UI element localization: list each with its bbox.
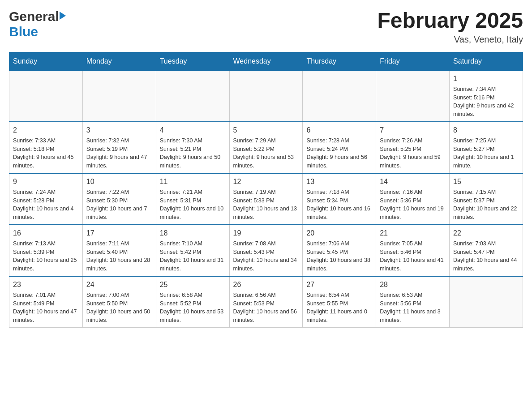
logo-general-text: General [9,9,59,24]
calendar-day-cell: 4Sunrise: 7:30 AM Sunset: 5:21 PM Daylig… [156,122,229,173]
weekday-header-tuesday: Tuesday [156,52,229,70]
day-number: 6 [306,125,372,136]
weekday-header-thursday: Thursday [303,52,376,70]
calendar-day-cell: 26Sunrise: 6:56 AM Sunset: 5:53 PM Dayli… [229,276,303,328]
calendar-day-cell [376,70,450,122]
calendar-week-row: 16Sunrise: 7:13 AM Sunset: 5:39 PM Dayli… [9,225,523,276]
day-info: Sunrise: 7:15 AM Sunset: 5:37 PM Dayligh… [453,188,519,222]
calendar-day-cell: 27Sunrise: 6:54 AM Sunset: 5:55 PM Dayli… [303,276,376,328]
calendar-day-cell: 1Sunrise: 7:34 AM Sunset: 5:16 PM Daylig… [450,70,523,122]
day-info: Sunrise: 6:56 AM Sunset: 5:53 PM Dayligh… [233,291,299,325]
weekday-header-monday: Monday [82,52,156,70]
calendar-day-cell [450,276,523,328]
page-header: General Blue February 2025 Vas, Veneto, … [9,9,523,45]
day-info: Sunrise: 7:18 AM Sunset: 5:34 PM Dayligh… [306,188,372,222]
day-number: 17 [86,228,152,239]
calendar-day-cell: 3Sunrise: 7:32 AM Sunset: 5:19 PM Daylig… [82,122,156,173]
day-number: 20 [306,228,372,239]
calendar-week-row: 23Sunrise: 7:01 AM Sunset: 5:49 PM Dayli… [9,276,523,328]
day-number: 8 [453,125,519,136]
weekday-header-saturday: Saturday [450,52,523,70]
month-title: February 2025 [377,9,523,33]
day-number: 14 [380,176,446,187]
day-info: Sunrise: 7:26 AM Sunset: 5:25 PM Dayligh… [380,137,446,170]
day-number: 21 [380,228,446,239]
day-info: Sunrise: 7:29 AM Sunset: 5:22 PM Dayligh… [233,137,299,170]
calendar-day-cell: 19Sunrise: 7:08 AM Sunset: 5:43 PM Dayli… [229,225,303,276]
day-info: Sunrise: 7:30 AM Sunset: 5:21 PM Dayligh… [160,137,226,170]
calendar-day-cell [9,70,83,122]
day-number: 19 [233,228,299,239]
day-info: Sunrise: 7:03 AM Sunset: 5:47 PM Dayligh… [453,240,519,273]
day-number: 1 [453,73,519,84]
calendar-day-cell: 5Sunrise: 7:29 AM Sunset: 5:22 PM Daylig… [229,122,303,173]
logo-area: General Blue [9,9,66,39]
day-number: 26 [233,279,299,290]
day-info: Sunrise: 6:53 AM Sunset: 5:56 PM Dayligh… [380,291,446,325]
weekday-header-row: SundayMondayTuesdayWednesdayThursdayFrid… [9,52,523,70]
day-number: 11 [160,176,226,187]
calendar-day-cell [156,70,229,122]
calendar-day-cell [303,70,376,122]
day-info: Sunrise: 7:24 AM Sunset: 5:28 PM Dayligh… [13,188,79,222]
day-number: 24 [86,279,152,290]
day-number: 15 [453,176,519,187]
day-number: 7 [380,125,446,136]
day-number: 10 [86,176,152,187]
calendar-day-cell [82,70,156,122]
calendar-day-cell: 15Sunrise: 7:15 AM Sunset: 5:37 PM Dayli… [450,173,523,225]
calendar-day-cell: 13Sunrise: 7:18 AM Sunset: 5:34 PM Dayli… [303,173,376,225]
calendar-day-cell: 8Sunrise: 7:25 AM Sunset: 5:27 PM Daylig… [450,122,523,173]
location-title: Vas, Veneto, Italy [377,34,523,45]
day-info: Sunrise: 7:01 AM Sunset: 5:49 PM Dayligh… [13,291,79,325]
calendar-day-cell: 9Sunrise: 7:24 AM Sunset: 5:28 PM Daylig… [9,173,83,225]
calendar-day-cell: 23Sunrise: 7:01 AM Sunset: 5:49 PM Dayli… [9,276,83,328]
day-number: 16 [13,228,79,239]
day-info: Sunrise: 7:08 AM Sunset: 5:43 PM Dayligh… [233,240,299,273]
day-number: 27 [306,279,372,290]
day-number: 2 [13,125,79,136]
day-info: Sunrise: 7:25 AM Sunset: 5:27 PM Dayligh… [453,137,519,170]
calendar-day-cell: 11Sunrise: 7:21 AM Sunset: 5:31 PM Dayli… [156,173,229,225]
calendar-day-cell: 25Sunrise: 6:58 AM Sunset: 5:52 PM Dayli… [156,276,229,328]
calendar-day-cell: 2Sunrise: 7:33 AM Sunset: 5:18 PM Daylig… [9,122,83,173]
day-info: Sunrise: 7:05 AM Sunset: 5:46 PM Dayligh… [380,240,446,273]
calendar-day-cell: 7Sunrise: 7:26 AM Sunset: 5:25 PM Daylig… [376,122,450,173]
calendar-week-row: 2Sunrise: 7:33 AM Sunset: 5:18 PM Daylig… [9,122,523,173]
day-number: 5 [233,125,299,136]
day-number: 23 [13,279,79,290]
weekday-header-wednesday: Wednesday [229,52,303,70]
calendar-day-cell: 22Sunrise: 7:03 AM Sunset: 5:47 PM Dayli… [450,225,523,276]
logo-blue-label: Blue [9,24,38,39]
logo-blue-text: Blue [9,24,38,39]
day-info: Sunrise: 7:34 AM Sunset: 5:16 PM Dayligh… [453,85,519,119]
calendar-day-cell: 18Sunrise: 7:10 AM Sunset: 5:42 PM Dayli… [156,225,229,276]
logo-arrow-icon [60,12,66,20]
day-number: 25 [160,279,226,290]
day-info: Sunrise: 7:32 AM Sunset: 5:19 PM Dayligh… [86,137,152,170]
day-info: Sunrise: 7:13 AM Sunset: 5:39 PM Dayligh… [13,240,79,273]
day-info: Sunrise: 7:19 AM Sunset: 5:33 PM Dayligh… [233,188,299,222]
day-info: Sunrise: 7:06 AM Sunset: 5:45 PM Dayligh… [306,240,372,273]
calendar-day-cell: 20Sunrise: 7:06 AM Sunset: 5:45 PM Dayli… [303,225,376,276]
calendar-day-cell: 10Sunrise: 7:22 AM Sunset: 5:30 PM Dayli… [82,173,156,225]
day-number: 28 [380,279,446,290]
day-number: 4 [160,125,226,136]
day-info: Sunrise: 7:33 AM Sunset: 5:18 PM Dayligh… [13,137,79,170]
day-number: 3 [86,125,152,136]
calendar-table: SundayMondayTuesdayWednesdayThursdayFrid… [9,52,523,328]
calendar-day-cell: 16Sunrise: 7:13 AM Sunset: 5:39 PM Dayli… [9,225,83,276]
calendar-day-cell: 6Sunrise: 7:28 AM Sunset: 5:24 PM Daylig… [303,122,376,173]
day-number: 22 [453,228,519,239]
day-info: Sunrise: 7:21 AM Sunset: 5:31 PM Dayligh… [160,188,226,222]
calendar-day-cell: 14Sunrise: 7:16 AM Sunset: 5:36 PM Dayli… [376,173,450,225]
weekday-header-friday: Friday [376,52,450,70]
calendar-week-row: 9Sunrise: 7:24 AM Sunset: 5:28 PM Daylig… [9,173,523,225]
calendar-day-cell: 17Sunrise: 7:11 AM Sunset: 5:40 PM Dayli… [82,225,156,276]
calendar-day-cell: 28Sunrise: 6:53 AM Sunset: 5:56 PM Dayli… [376,276,450,328]
day-info: Sunrise: 7:11 AM Sunset: 5:40 PM Dayligh… [86,240,152,273]
day-info: Sunrise: 7:10 AM Sunset: 5:42 PM Dayligh… [160,240,226,273]
day-number: 12 [233,176,299,187]
title-area: February 2025 Vas, Veneto, Italy [377,9,523,45]
day-info: Sunrise: 6:54 AM Sunset: 5:55 PM Dayligh… [306,291,372,325]
